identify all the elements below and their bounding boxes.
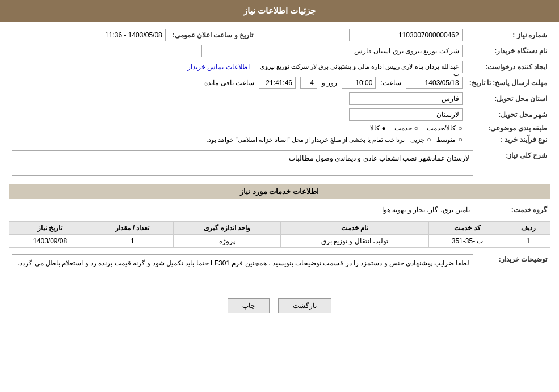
deadline-remaining: 21:41:46	[259, 77, 296, 89]
table-row: شهر محل تحویل: لارستان	[9, 107, 550, 123]
process-option-motavaset[interactable]: ○ متوسط	[436, 136, 462, 144]
deadline-date: 1403/05/13	[406, 77, 463, 89]
table-row: توضیحات خریدار: لطفا ضرایب پیشنهادی جنس …	[9, 252, 550, 290]
button-row: بازگشت چاپ	[9, 298, 550, 313]
process-label: نوع فرآیند خرید :	[466, 134, 550, 145]
province-label: استان محل تحویل:	[466, 91, 550, 107]
table-row: طبقه بندی موضوعی: ○ کالا/خدمت ○ خدمت ●	[9, 123, 550, 134]
need-number-label: شماره نیاز :	[466, 27, 550, 43]
announcement-value: 1403/05/08 - 11:36	[75, 29, 166, 41]
process-option-jozi[interactable]: ○ جزیی	[410, 136, 431, 144]
buyer-desc-table: توضیحات خریدار: لطفا ضرایب پیشنهادی جنس …	[9, 252, 550, 290]
process-jozi-label: جزیی	[410, 136, 424, 144]
service-group-table: گروه خدمت: تامین برق، گاز، بخار و تهویه …	[9, 202, 550, 218]
category-option-kala[interactable]: ● کالا	[370, 124, 386, 132]
need-description-table: شرح کلی نیاز: لارستان عمادشهر نصب انشعاب…	[9, 149, 550, 179]
page-header: جزئیات اطلاعات نیاز	[0, 0, 559, 22]
process-note: پرداخت تمام یا بخشی از مبلغ خریدار از مح…	[207, 136, 405, 144]
table-row: 1ت -35-351تولید، انتقال و توزیع برقپروژه…	[9, 235, 550, 248]
table-header: ردیف کد خدمت نام خدمت واحد اندازه گیری ت…	[9, 222, 550, 235]
col-header-name: نام خدمت	[280, 222, 428, 235]
services-tbody: 1ت -35-351تولید، انتقال و توزیع برقپروژه…	[9, 235, 550, 248]
page-title: جزئیات اطلاعات نیاز	[243, 6, 316, 15]
creator-link[interactable]: اطلاعات تماس خریدار	[187, 63, 250, 71]
table-cell: تولید، انتقال و توزیع برق	[280, 235, 428, 248]
deadline-time: 10:00	[342, 77, 376, 89]
buyer-station-value: شرکت توزیع نیروی برق استان فارس	[201, 45, 463, 57]
table-cell: 1	[91, 235, 174, 248]
table-cell: 1403/09/08	[9, 235, 91, 248]
radio-icon: ○	[458, 124, 462, 132]
announcement-label: تاریخ و ساعت اعلان عمومی:	[169, 27, 257, 43]
table-row: گروه خدمت: تامین برق، گاز، بخار و تهویه …	[9, 202, 550, 218]
creator-label: ایجاد کننده درخواست:	[466, 59, 550, 75]
need-description-label: شرح کلی نیاز:	[477, 149, 550, 179]
table-row: نوع فرآیند خرید : ○ متوسط ○ جزیی پرداخت …	[9, 134, 550, 145]
category-kala-label: کالا	[370, 124, 380, 132]
table-row: شرح کلی نیاز: لارستان عمادشهر نصب انشعاب…	[9, 149, 550, 179]
back-button[interactable]: بازگشت	[278, 298, 331, 313]
table-cell: پروژه	[174, 235, 280, 248]
col-header-unit: واحد اندازه گیری	[174, 222, 280, 235]
service-group-label: گروه خدمت:	[477, 202, 550, 218]
radio-icon: ○	[414, 124, 418, 132]
radio-icon: ○	[458, 136, 462, 144]
category-option-khedmat[interactable]: ○ خدمت	[394, 124, 418, 132]
city-value: لارستان	[349, 108, 463, 121]
col-header-row: ردیف	[506, 222, 550, 235]
content-area: شماره نیاز : 1103007000000462 تاریخ و سا…	[0, 22, 559, 324]
deadline-time-label: ساعت:	[380, 79, 401, 87]
table-row: ایجاد کننده درخواست: عبدالله یزدان پناه …	[9, 59, 550, 75]
deadline-label: مهلت ارسال پاسخ: تا تاریخ:	[466, 75, 550, 91]
table-cell: 1	[506, 235, 550, 248]
table-row: مهلت ارسال پاسخ: تا تاریخ: 1403/05/13 سا…	[9, 75, 550, 91]
category-label: طبقه بندی موضوعی:	[466, 123, 550, 134]
services-table: ردیف کد خدمت نام خدمت واحد اندازه گیری ت…	[9, 221, 550, 248]
col-header-code: کد خدمت	[428, 222, 506, 235]
header-row: ردیف کد خدمت نام خدمت واحد اندازه گیری ت…	[9, 222, 550, 235]
page-wrapper: جزئیات اطلاعات نیاز شماره نیاز : 1103007…	[0, 0, 559, 392]
col-header-date: تاریخ نیاز	[9, 222, 91, 235]
deadline-days: 4	[300, 77, 317, 89]
services-section-title: اطلاعات خدمات مورد نیاز	[9, 184, 550, 199]
province-value: فارس	[349, 92, 463, 105]
need-description-input[interactable]: لارستان عمادشهر نصب انشعاب عادی و دیماند…	[12, 150, 473, 176]
info-table: شماره نیاز : 1103007000000462 تاریخ و سا…	[9, 27, 550, 145]
category-khedmat-label: خدمت	[394, 124, 412, 132]
buyer-desc-label: توضیحات خریدار:	[477, 252, 550, 290]
deadline-remaining-label: ساعت باقی مانده	[204, 79, 254, 87]
table-row: استان محل تحویل: فارس	[9, 91, 550, 107]
buyer-station-label: نام دستگاه خریدار:	[466, 43, 550, 59]
radio-icon: ○	[427, 136, 431, 144]
table-row: شماره نیاز : 1103007000000462 تاریخ و سا…	[9, 27, 550, 43]
city-label: شهر محل تحویل:	[466, 107, 550, 123]
category-option-kala-khedmat[interactable]: ○ کالا/خدمت	[427, 124, 463, 132]
service-group-value: تامین برق، گاز، بخار و تهویه هوا	[275, 204, 473, 216]
creator-value: عبدالله یزدان پناه لاری رییس اداره مالی …	[253, 61, 463, 73]
col-header-quantity: تعداد / مقدار	[91, 222, 174, 235]
print-button[interactable]: چاپ	[228, 298, 270, 313]
radio-icon: ●	[382, 124, 386, 132]
need-number-value: 1103007000000462	[349, 29, 463, 41]
process-motavaset-label: متوسط	[436, 136, 456, 144]
table-row: نام دستگاه خریدار: شرکت توزیع نیروی برق …	[9, 43, 550, 59]
table-cell: ت -35-351	[428, 235, 506, 248]
category-kala-khedmat-label: کالا/خدمت	[427, 124, 456, 132]
buyer-desc-value: لطفا ضرایب پیشنهادی جنس و دستمزد را در ق…	[12, 254, 473, 288]
deadline-days-label: روز و	[322, 79, 337, 87]
